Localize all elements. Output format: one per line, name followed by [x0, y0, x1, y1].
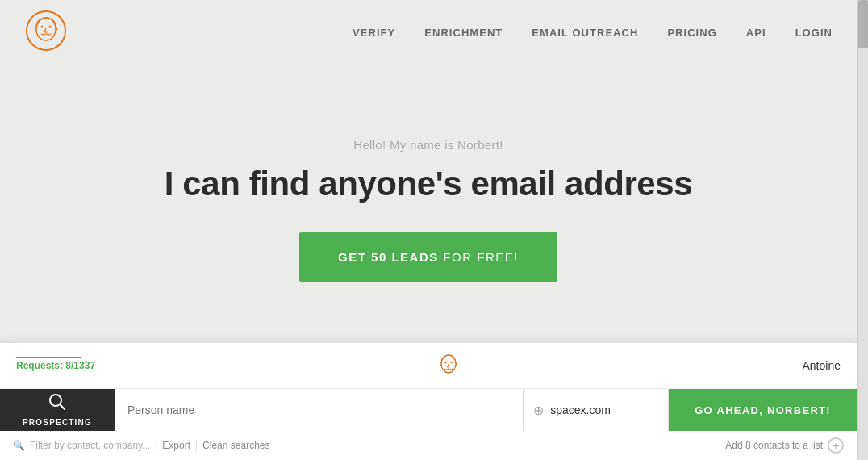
add-contacts-label: Add 8 contacts to a list: [725, 440, 823, 451]
domain-input[interactable]: [550, 404, 647, 416]
filter-bar: 🔍 Filter by contact, company... | Export…: [0, 431, 857, 460]
domain-wrap: ⊕: [524, 389, 669, 431]
panel-username: Antoine: [803, 359, 841, 372]
nav-pricing[interactable]: PRICING: [667, 27, 716, 39]
cta-suffix: FOR FREE!: [439, 250, 519, 264]
logo[interactable]: [24, 9, 68, 56]
prospecting-label: PROSPECTING: [23, 418, 92, 427]
add-contacts-button[interactable]: Add 8 contacts to a list +: [725, 437, 844, 454]
prospecting-tab[interactable]: PROSPECTING: [0, 389, 115, 431]
svg-point-3: [49, 26, 52, 28]
nav-enrichment[interactable]: ENRICHMENT: [424, 27, 503, 39]
search-icon: [48, 393, 66, 415]
go-button[interactable]: GO AHEAD, NORBERT!: [669, 389, 857, 431]
hero-section: Hello! My name is Norbert! I can find an…: [0, 65, 857, 355]
filter-divider: |: [155, 440, 157, 451]
person-name-input[interactable]: [115, 389, 524, 431]
hero-subtitle: Hello! My name is Norbert!: [353, 138, 503, 152]
export-button[interactable]: Export: [162, 440, 190, 451]
cta-bold: 50 LEADS: [371, 250, 439, 264]
svg-point-5: [445, 362, 447, 363]
hero-title: I can find anyone's email address: [165, 165, 692, 203]
filter-bar-left: 🔍 Filter by contact, company... | Export…: [13, 440, 719, 451]
main-nav: VERIFY ENRICHMENT EMAIL OUTREACH PRICING…: [0, 0, 857, 65]
panel-header: Requests: 8/1337 Antoine: [0, 343, 857, 389]
cta-prefix: GET: [338, 250, 371, 264]
filter-bar-right: Add 8 contacts to a list +: [725, 437, 844, 454]
nav-verify[interactable]: VERIFY: [353, 27, 395, 39]
svg-point-6: [451, 362, 453, 363]
svg-point-0: [27, 11, 65, 50]
globe-icon: ⊕: [533, 403, 544, 418]
requests-label: Requests: 8/1337: [16, 360, 95, 371]
scrollbar[interactable]: [857, 0, 868, 460]
cta-button[interactable]: GET 50 LEADS FOR FREE!: [299, 232, 557, 282]
filter-text[interactable]: Filter by contact, company...: [30, 440, 150, 451]
clean-searches-button[interactable]: Clean searches: [202, 440, 269, 451]
panel-logo: [432, 349, 465, 382]
svg-line-8: [60, 404, 65, 409]
search-bar: PROSPECTING ⊕ GO AHEAD, NORBERT!: [0, 389, 857, 431]
nav-email-outreach[interactable]: EMAIL OUTREACH: [532, 27, 638, 39]
svg-point-2: [41, 26, 44, 28]
nav-login[interactable]: LOGIN: [795, 27, 833, 39]
add-circle-icon: +: [828, 437, 844, 454]
bottom-panel: Requests: 8/1337 Antoine: [0, 342, 857, 460]
nav-links: VERIFY ENRICHMENT EMAIL OUTREACH PRICING…: [353, 27, 833, 39]
scrollbar-thumb[interactable]: [858, 0, 868, 48]
nav-api[interactable]: API: [746, 27, 766, 39]
filter-icon: 🔍: [13, 440, 25, 451]
filter-divider-2: |: [195, 440, 198, 451]
